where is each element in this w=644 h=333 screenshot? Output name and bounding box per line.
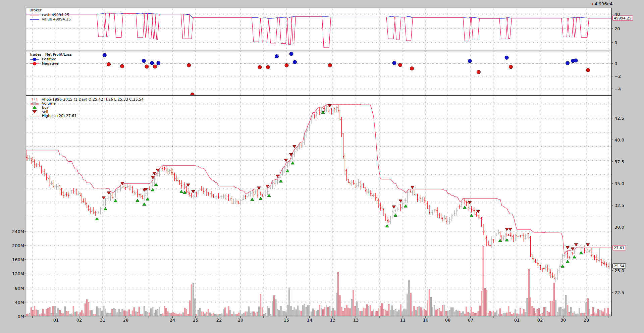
price-tick-label: 32.5 (614, 203, 624, 208)
chart-canvas (0, 0, 644, 333)
legend-label-value: value 49994.25 (42, 17, 71, 21)
x-tick-label: 08 (445, 318, 451, 323)
x-tick-label: 10 (423, 318, 429, 323)
x-tick-label: 28 (584, 318, 589, 323)
price-tick-label: 42.5 (614, 116, 624, 121)
legend-label-data-series: yhoo-1996-2015 (1 Day) O:25.42 H:26 L:25… (42, 97, 144, 102)
ohlc-swatch (30, 98, 40, 101)
broker-y-tick-label: 0 (614, 40, 617, 45)
legend-label-highest: Highest (20) 27.61 (42, 114, 76, 118)
x-tick-label: 22 (216, 318, 222, 323)
legend-item-buy: buy (30, 106, 144, 110)
sell-marker-swatch (30, 110, 40, 114)
broker-y-tick-label: 40 (614, 12, 620, 17)
legend-label-negative: Negative (42, 61, 58, 66)
x-tick-label: 24 (170, 318, 175, 323)
legend-item-value: value 49994.25 (30, 17, 71, 21)
legend-item-highest: Highest (20) 27.61 (30, 114, 144, 118)
x-tick-label: 13 (330, 318, 336, 323)
volume-tick-label: 120M (0, 271, 24, 276)
legend-item-negative: Negative (30, 61, 72, 66)
volume-swatch (30, 102, 40, 105)
trades-y-tick-label: −2 (614, 74, 621, 79)
price-tick-label: 35.0 (614, 181, 624, 186)
highest-line-swatch (30, 115, 40, 117)
x-tick-label: 07 (468, 318, 474, 323)
volume-tick-label: 160M (0, 257, 24, 262)
x-tick-label: 01 (53, 318, 59, 323)
volume-tick-label: 240M (0, 229, 24, 234)
trades-y-tick-label: 0 (614, 61, 617, 66)
axis-offset-text: +4.996e4 (591, 1, 612, 6)
cash-line-swatch (30, 14, 40, 16)
price-tick-label: 25.0 (614, 268, 624, 273)
volume-tick-label: 40M (0, 299, 24, 304)
x-tick-label: 11 (400, 318, 406, 323)
legend-label-volume: Volume (42, 101, 56, 106)
price-tick-label: 37.5 (614, 159, 624, 164)
legend-item-data-series: yhoo-1996-2015 (1 Day) O:25.42 H:26 L:25… (30, 97, 144, 101)
price-tick-label: 40.0 (614, 137, 624, 143)
trades-legend-title: Trades - Net Profit/Loss (30, 52, 72, 57)
x-tick-label: 01 (514, 318, 520, 323)
x-tick-label: 02 (537, 318, 543, 323)
x-tick-label: 20 (238, 318, 244, 323)
x-tick-label: 15 (284, 318, 289, 323)
legend-item-positive: Positive (30, 57, 72, 61)
price-tick-label: 22.5 (614, 290, 624, 295)
broker-y-tick-label: 20 (614, 26, 620, 31)
x-tick-label: 02 (76, 318, 82, 323)
value-line-swatch (30, 19, 40, 20)
volume-tick-label: 200M (0, 243, 24, 248)
trades-y-tick-label: −4 (614, 87, 621, 92)
legend-label-cash: cash 49994.25 (42, 13, 69, 17)
legend-item-cash: cash 49994.25 (30, 13, 71, 17)
last-close-tag: 25.54 (612, 263, 626, 268)
legend-item-sell: sell (30, 110, 144, 114)
legend-label-positive: Positive (42, 57, 56, 61)
positive-dot-swatch (30, 57, 40, 61)
volume-tick-label: 0M (0, 314, 24, 319)
legend-label-buy: buy (42, 105, 49, 110)
buy-marker-swatch (30, 106, 40, 109)
negative-dot-swatch (30, 62, 40, 66)
x-tick-label: 25 (193, 318, 199, 323)
legend-item-volume: Volume (30, 101, 144, 105)
legend-label-sell: sell (42, 110, 48, 114)
volume-tick-label: 80M (0, 285, 24, 290)
backtest-figure: +4.996e4 Broker cash 49994.25 value 4999… (0, 0, 644, 333)
trades-legend: Trades - Net Profit/Loss Positive Negati… (30, 52, 72, 66)
price-legend: yhoo-1996-2015 (1 Day) O:25.42 H:26 L:25… (30, 97, 144, 118)
highest-value-tag: 27.61 (612, 245, 626, 251)
x-tick-label: 14 (307, 318, 313, 323)
x-tick-label: 30 (560, 318, 566, 323)
price-tick-label: 30.0 (614, 225, 624, 230)
broker-legend: Broker cash 49994.25 value 49994.25 (30, 8, 71, 21)
x-tick-label: 28 (123, 318, 129, 323)
x-tick-label: 13 (353, 318, 359, 323)
x-tick-label: 31 (100, 318, 106, 323)
broker-legend-title: Broker (30, 8, 71, 12)
